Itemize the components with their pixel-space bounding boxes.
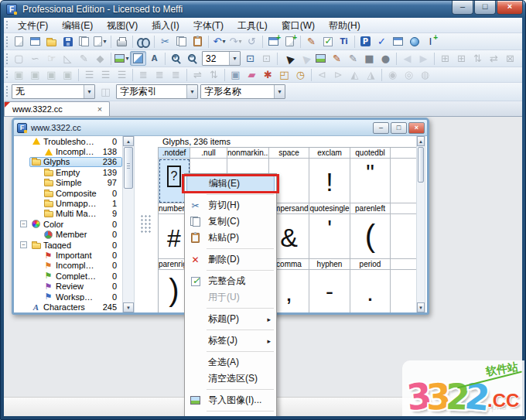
chevron-down-icon[interactable]: ▾ (222, 38, 225, 45)
chevron-down-icon[interactable]: ▾ (229, 52, 240, 65)
collapse-icon[interactable]: − (20, 241, 27, 248)
chevron-down-icon[interactable]: ▾ (84, 85, 94, 98)
font-overview-button[interactable] (27, 34, 43, 49)
eraser-button[interactable]: ▰ (244, 67, 260, 82)
save-copy-button[interactable] (76, 34, 92, 49)
cut-button[interactable]: ✂ (157, 34, 173, 49)
tree-review[interactable]: ⚑Review0 (14, 281, 122, 291)
glyph-cell-period[interactable]: . (350, 270, 391, 312)
image-trace-button[interactable]: ✎ (329, 51, 345, 66)
context-import-image[interactable]: 导入图像(I)... (185, 392, 276, 408)
collapse-icon[interactable]: − (20, 220, 27, 227)
tree-glyphs[interactable]: Glyphs236 (14, 157, 122, 167)
menu-view[interactable]: 视图(V) (100, 19, 145, 32)
insert-character-button[interactable]: I+ (422, 34, 439, 49)
glyph-cell-exclam[interactable]: ! (309, 159, 350, 203)
paste-button[interactable] (190, 34, 206, 49)
test-browser-button[interactable] (406, 34, 422, 49)
context-copy[interactable]: 复制(C) (185, 213, 276, 230)
minimize-button[interactable]: – (452, 1, 473, 15)
scrollbar-thumb[interactable] (124, 147, 133, 189)
menu-window[interactable]: 窗口(W) (275, 19, 322, 32)
glyph-name-combo[interactable]: 字形名称 ▾ (200, 84, 285, 99)
menu-tools[interactable]: 工具(L) (231, 19, 275, 32)
scroll-down-icon[interactable]: ▼ (123, 302, 134, 312)
zoom-out-button[interactable] (184, 51, 200, 66)
insert-glyphs-button[interactable]: + (265, 34, 282, 49)
context-paste[interactable]: 粘贴(P) (185, 230, 276, 246)
tree-troubleshooting[interactable]: Troubleshooting0 (14, 136, 122, 146)
tree-important[interactable]: ⚑Important0 (14, 250, 122, 260)
tree-tagged[interactable]: −Tagged0 (14, 240, 122, 250)
new-font-button[interactable] (11, 34, 27, 49)
doc-minimize-button[interactable]: – (373, 122, 389, 134)
menu-edit[interactable]: 编辑(E) (55, 19, 100, 32)
tree-incomplete-characters[interactable]: Incomplete Charact...138 (14, 146, 122, 156)
tab-www-3322-cc[interactable]: www.3322.cc × (4, 101, 110, 116)
tree-completed[interactable]: ⚑Completed0 (14, 271, 122, 281)
glyph-cell-parenleft[interactable]: ( (350, 214, 391, 259)
glyph-program-button[interactable]: ▣ (227, 67, 244, 82)
union-button[interactable]: ◰ (276, 67, 292, 82)
close-button[interactable]: × (497, 1, 523, 15)
scroll-up-icon[interactable]: ▲ (417, 136, 425, 146)
rectangle-tool[interactable]: ■ (361, 51, 377, 66)
glyph-cell-hidden[interactable] (391, 159, 416, 203)
scroll-up-icon[interactable]: ▲ (123, 136, 134, 146)
context-cut[interactable]: ✂剪切(H) (185, 197, 276, 213)
tree-scrollbar[interactable]: ▲ ▼ (122, 136, 135, 312)
context-delete[interactable]: ✕删除(D) (185, 251, 276, 268)
export-font-button[interactable]: ▾ (92, 34, 108, 49)
pencil-tool[interactable]: ✎ (345, 51, 361, 66)
context-complete-composites[interactable]: 完整合成 (185, 273, 276, 289)
chevron-down-icon[interactable]: ▾ (238, 38, 241, 45)
naming-button[interactable]: Ti (336, 34, 352, 49)
menu-font[interactable]: 字体(T) (186, 19, 231, 32)
menu-file[interactable]: 文件(F) (11, 19, 55, 32)
glyph-cell-hidden[interactable] (391, 270, 416, 312)
context-glyph-properties[interactable]: 字形属性(L) (185, 414, 276, 416)
rotate-button[interactable]: ◷ (292, 67, 309, 82)
node-pointer-tool[interactable]: ▲ (296, 51, 313, 66)
zoom-level-combo[interactable]: 32▾ (202, 51, 241, 66)
ellipse-tool[interactable]: ● (377, 51, 394, 66)
context-tag[interactable]: 标签(J)▸ (185, 333, 276, 349)
print-button[interactable] (114, 34, 130, 49)
glyph-cell-quotesingle[interactable]: ' (309, 214, 350, 259)
tree-workspace[interactable]: ⚑Workspace0 (14, 292, 122, 302)
tree-composite[interactable]: Composite0 (14, 188, 122, 198)
tree-multi-mapped[interactable]: Multi Mapped9 (14, 209, 122, 219)
validate-font-button[interactable] (319, 34, 336, 49)
glyph-transformer-button[interactable]: ✎ (303, 34, 319, 49)
insert-characters-button[interactable]: + (282, 34, 298, 49)
doc-restore-button[interactable]: □ (391, 122, 407, 134)
panel-splitter[interactable] (135, 136, 158, 312)
context-caption[interactable]: 标题(P)▸ (185, 311, 276, 327)
font-properties-button[interactable]: P (357, 34, 374, 49)
chevron-down-icon[interactable]: ▾ (125, 55, 128, 62)
undo-button[interactable]: ↶▾ (211, 34, 227, 49)
document-title-bar[interactable]: F www.3322.cc – □ × (14, 120, 427, 136)
knife-button[interactable]: ✱ (260, 67, 276, 82)
tree-member[interactable]: Member0 (14, 230, 122, 240)
menu-insert[interactable]: 插入(I) (145, 19, 186, 32)
doc-close-button[interactable]: × (408, 122, 425, 134)
chevron-down-icon[interactable]: ▾ (103, 38, 106, 45)
maximize-button[interactable]: □ (474, 1, 496, 15)
scrollbar-thumb[interactable] (418, 147, 424, 183)
pointer-tool[interactable]: ▲ (280, 51, 296, 66)
zoom-selection-button[interactable]: ⊡ (242, 51, 258, 66)
find-button[interactable] (135, 34, 152, 49)
chevron-down-icon[interactable]: ▾ (186, 85, 197, 98)
background-image-button[interactable]: ▾ (114, 51, 130, 66)
context-select-all[interactable]: 全选(A) (185, 354, 276, 370)
tree-simple[interactable]: Simple97 (14, 178, 122, 188)
subset-filter-combo[interactable]: 无 ▾ (12, 84, 95, 99)
show-labels-button[interactable]: A (146, 51, 162, 66)
tree-incomplete[interactable]: ⚑Incomplete0 (14, 261, 122, 271)
zoom-in-button[interactable] (168, 51, 184, 66)
image-tool[interactable] (313, 51, 329, 66)
glyph-cell-hyphen[interactable]: - (309, 270, 350, 312)
glyph-cell-quotedbl[interactable]: " (350, 159, 391, 203)
glyph-index-combo[interactable]: 字形索引 ▾ (116, 84, 198, 99)
